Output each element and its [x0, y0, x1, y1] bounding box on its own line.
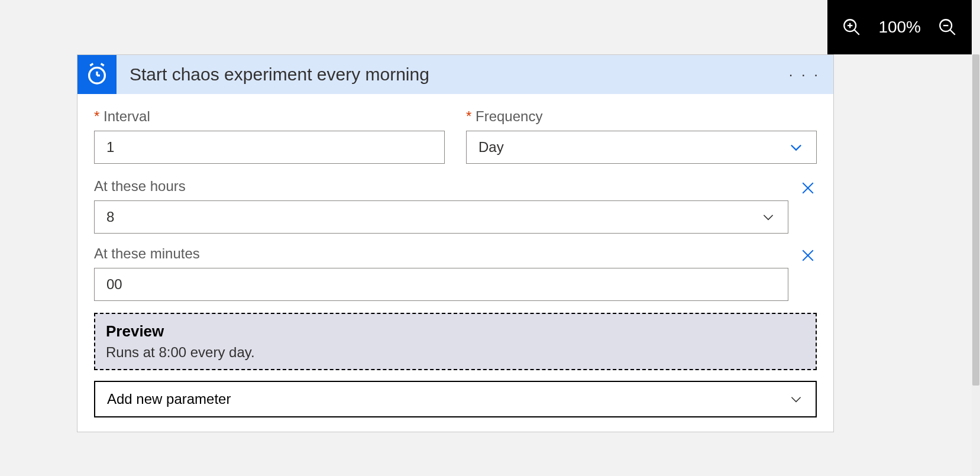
remove-hours-button[interactable] [799, 179, 817, 197]
trigger-card: Start chaos experiment every morning · ·… [77, 54, 834, 432]
add-parameter-select[interactable]: Add new parameter [94, 381, 817, 417]
svg-line-1 [855, 30, 860, 35]
chevron-down-icon [788, 391, 804, 407]
card-body: * Interval 1 * Frequency Day [77, 94, 833, 432]
interval-input[interactable]: 1 [94, 131, 445, 164]
frequency-label-text: Frequency [476, 108, 542, 124]
scrollbar-track[interactable] [972, 54, 980, 476]
interval-value: 1 [106, 139, 114, 156]
more-menu-icon[interactable]: · · · [776, 66, 833, 83]
frequency-select[interactable]: Day [466, 131, 817, 164]
chevron-down-icon [761, 209, 776, 225]
scrollbar-thumb[interactable] [972, 54, 979, 386]
frequency-label: * Frequency [466, 108, 817, 125]
interval-label: * Interval [94, 108, 445, 125]
hours-label: At these hours [94, 178, 788, 195]
frequency-value: Day [478, 139, 504, 156]
zoom-in-icon[interactable] [842, 17, 862, 37]
zoom-out-icon[interactable] [937, 17, 958, 37]
interval-label-text: Interval [104, 108, 150, 124]
svg-line-5 [950, 30, 955, 35]
chevron-down-icon [788, 139, 804, 156]
preview-panel: Preview Runs at 8:00 every day. [94, 313, 817, 370]
remove-minutes-button[interactable] [799, 247, 817, 264]
minutes-label: At these minutes [94, 245, 788, 262]
minutes-value: 00 [106, 276, 122, 293]
card-title: Start chaos experiment every morning [117, 64, 776, 85]
hours-value: 8 [106, 209, 114, 225]
hours-select[interactable]: 8 [94, 200, 788, 234]
preview-heading: Preview [106, 322, 805, 341]
preview-text: Runs at 8:00 every day. [106, 344, 805, 361]
clock-icon [77, 55, 117, 94]
zoom-level-label: 100% [878, 18, 921, 37]
card-header: Start chaos experiment every morning · ·… [77, 55, 833, 94]
minutes-input[interactable]: 00 [94, 268, 788, 301]
zoom-toolbar: 100% [827, 0, 972, 54]
add-parameter-label: Add new parameter [107, 391, 231, 407]
